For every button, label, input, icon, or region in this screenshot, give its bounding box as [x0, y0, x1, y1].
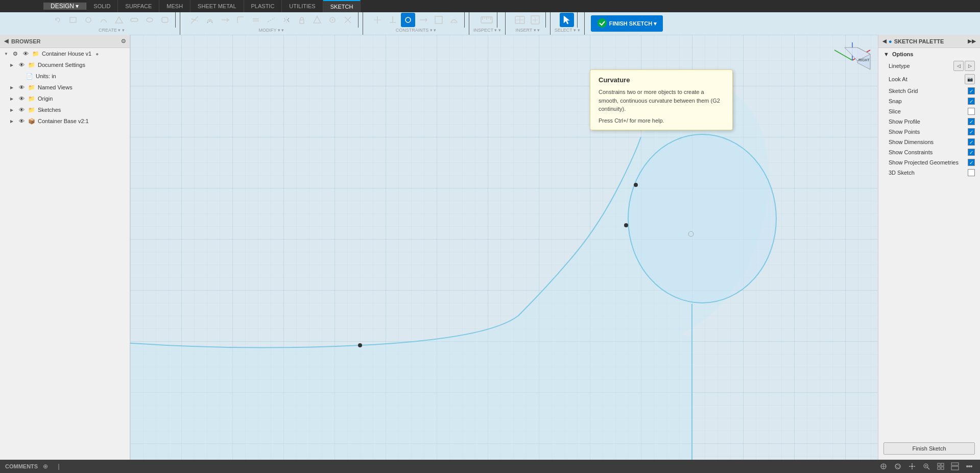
tree-doc-icon: 📄: [26, 72, 34, 80]
browser-search-icon[interactable]: ⊙: [121, 38, 126, 44]
mirror-icon[interactable]: [279, 13, 294, 27]
tab-mesh[interactable]: MESH: [159, 0, 190, 12]
linetype-left-icon[interactable]: ◁: [953, 61, 964, 71]
finish-sketch-palette-button[interactable]: Finish Sketch: [883, 442, 975, 455]
look-at-icon[interactable]: 📷: [965, 74, 975, 84]
tree-vis-icon[interactable]: 👁: [17, 106, 26, 114]
show-profile-row: Show Profile ✓: [878, 116, 980, 127]
fillet-icon[interactable]: [233, 13, 248, 27]
bottom-toggle-icon[interactable]: |: [53, 461, 64, 472]
tab-plastic[interactable]: PLASTIC: [244, 0, 282, 12]
options-section-header[interactable]: ▼ Options: [878, 48, 980, 59]
tree-arrow-icon: ▶: [10, 63, 15, 67]
measure-icon[interactable]: [480, 13, 494, 27]
finish-sketch-group: FINISH SKETCH ▾: [585, 12, 669, 35]
tangent-icon[interactable]: [432, 13, 446, 27]
insert-dxf-icon[interactable]: [528, 13, 542, 27]
lock-icon[interactable]: [295, 13, 309, 27]
show-points-checkbox[interactable]: ✓: [968, 128, 975, 135]
slot-icon[interactable]: [127, 13, 141, 27]
linetype-right-icon[interactable]: ▷: [965, 61, 975, 71]
break-icon[interactable]: [310, 13, 324, 27]
trim-icon[interactable]: [187, 13, 202, 27]
tree-visibility-icon[interactable]: 👁: [21, 50, 30, 58]
finish-sketch-button[interactable]: FINISH SKETCH ▾: [591, 15, 663, 32]
create-group: CREATE ▾: [43, 12, 180, 35]
ellipse-icon[interactable]: [142, 13, 157, 27]
nav-home-icon[interactable]: [878, 461, 889, 472]
perpendicular-icon[interactable]: [386, 13, 400, 27]
zoom-icon[interactable]: [921, 461, 932, 472]
show-dimensions-checkbox[interactable]: ✓: [968, 138, 975, 146]
tree-vis-icon[interactable]: 👁: [17, 94, 26, 103]
rounded-rect-icon[interactable]: [158, 13, 172, 27]
sketch-grid-checkbox[interactable]: ✓: [968, 87, 975, 94]
offset-icon[interactable]: [203, 13, 217, 27]
sketch-palette-expand-icon[interactable]: ▶▶: [968, 38, 976, 44]
nav-orbit-icon[interactable]: [892, 461, 903, 472]
3d-sketch-row: 3D Sketch: [878, 168, 980, 178]
create-label[interactable]: CREATE ▾: [99, 28, 125, 34]
insert-label[interactable]: INSERT ▾: [516, 28, 540, 34]
show-profile-checkbox[interactable]: ✓: [968, 118, 975, 125]
coincident-icon[interactable]: [370, 13, 385, 27]
tab-sketch[interactable]: SKETCH: [323, 0, 361, 12]
select-icon[interactable]: [560, 13, 574, 27]
tree-item-label: Units: in: [36, 73, 56, 79]
symmetric-icon[interactable]: [447, 13, 461, 27]
horizontal-icon[interactable]: [416, 13, 431, 27]
select-label[interactable]: SELECT ▾: [555, 28, 580, 34]
svg-point-1: [86, 17, 91, 22]
3d-sketch-checkbox[interactable]: [968, 169, 975, 176]
close-icon[interactable]: [341, 13, 355, 27]
bottom-collapse-icon[interactable]: ⊕: [40, 461, 51, 472]
snap-checkbox[interactable]: ✓: [968, 98, 975, 105]
layout-icon[interactable]: [964, 461, 975, 472]
tree-vis-icon[interactable]: 👁: [17, 61, 26, 69]
extend-icon[interactable]: [218, 13, 232, 27]
pattern-icon[interactable]: [325, 13, 340, 27]
sketch-palette-collapse-icon[interactable]: ◀: [882, 38, 887, 44]
show-projected-checkbox[interactable]: ✓: [968, 159, 975, 166]
display-settings-icon[interactable]: [935, 461, 946, 472]
tab-solid[interactable]: SOLID: [86, 0, 118, 12]
curvature-icon[interactable]: [401, 13, 415, 27]
polygon-icon[interactable]: [112, 13, 126, 27]
tab-utilities[interactable]: UTILITIES: [282, 0, 323, 12]
sketch-grid-label: Sketch Grid: [889, 88, 968, 94]
constraints-label[interactable]: CONSTRAINTS ▾: [396, 28, 437, 34]
inspect-label[interactable]: INSPECT ▾: [473, 28, 501, 34]
svg-point-67: [968, 465, 970, 467]
rectangle-icon[interactable]: [66, 13, 80, 27]
svg-line-7: [192, 19, 195, 20]
construction-icon[interactable]: [264, 13, 278, 27]
arc-icon[interactable]: [97, 13, 111, 27]
nav-pan-icon[interactable]: [906, 461, 918, 472]
slice-label: Slice: [889, 108, 968, 114]
modify-label[interactable]: MODIFY ▾: [259, 28, 284, 34]
constraints-group: CONSTRAINTS ▾: [363, 12, 469, 35]
tab-sheet-metal[interactable]: SHEET METAL: [190, 0, 244, 12]
tree-item-sketches[interactable]: ▶ 👁 📁 Sketches: [0, 104, 130, 115]
browser-collapse-icon[interactable]: ◀: [4, 38, 8, 44]
tree-item-named-views[interactable]: ▶ 👁 📁 Named Views: [0, 82, 130, 93]
equal-icon[interactable]: [249, 13, 263, 27]
tree-item-container-base[interactable]: ▶ 👁 📦 Container Base v2:1: [0, 115, 130, 127]
undo-icon[interactable]: [51, 13, 65, 27]
tree-item-doc-settings[interactable]: ▶ 👁 📁 Document Settings: [0, 59, 130, 70]
tree-item-origin[interactable]: ▶ 👁 📁 Origin: [0, 93, 130, 104]
circle-tool-icon[interactable]: [81, 13, 95, 27]
grid-view-icon[interactable]: [949, 461, 961, 472]
show-constraints-checkbox[interactable]: ✓: [968, 149, 975, 156]
design-button[interactable]: DESIGN ▾: [43, 3, 86, 10]
canvas-area[interactable]: RIGHT Curvature Constrains two or more o…: [130, 35, 980, 460]
sketch-point-1: [634, 183, 638, 187]
tree-item-container-house[interactable]: ▼ ⚙ 👁 📁 Container House v1 ●: [0, 48, 130, 59]
tree-vis-icon[interactable]: 👁: [17, 83, 26, 91]
tab-surface[interactable]: SURFACE: [118, 0, 159, 12]
tree-vis-icon[interactable]: 👁: [17, 117, 26, 125]
tree-item-units[interactable]: ▶ 📄 Units: in: [0, 70, 130, 82]
insert-image-icon[interactable]: [513, 13, 527, 27]
slice-checkbox[interactable]: [968, 108, 975, 115]
view-cube[interactable]: RIGHT: [832, 40, 873, 81]
